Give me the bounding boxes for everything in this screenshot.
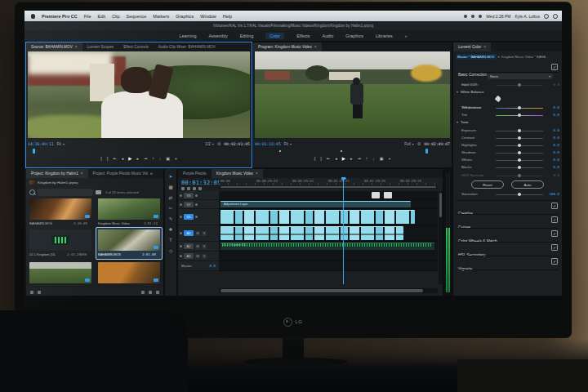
- search-input[interactable]: [38, 189, 93, 196]
- lock-icon[interactable]: [180, 245, 182, 247]
- program-scrubber[interactable]: [256, 149, 448, 154]
- app-menu[interactable]: Premiere Pro CC: [42, 14, 78, 19]
- workspace-learning[interactable]: Learning: [179, 33, 196, 38]
- basic-correction-checkbox[interactable]: ✓: [551, 64, 558, 70]
- lift-icon[interactable]: ↑: [366, 156, 368, 161]
- master-clip-chip[interactable]: Master * BAHAMIN.MOV: [456, 54, 497, 60]
- list-view-icon[interactable]: [30, 291, 33, 294]
- tab-program[interactable]: Program: Kingdom Music Video ×: [253, 42, 322, 51]
- vignette-checkbox[interactable]: ✓: [551, 258, 558, 265]
- sequence-marker-icon[interactable]: [341, 150, 342, 152]
- play-icon[interactable]: ▶: [128, 156, 131, 161]
- auto-button[interactable]: Auto: [511, 180, 544, 189]
- close-icon[interactable]: ×: [75, 45, 78, 49]
- lock-icon[interactable]: [180, 194, 182, 197]
- siri-icon[interactable]: [553, 14, 558, 19]
- video-clip-sequence[interactable]: [220, 210, 415, 224]
- lock-icon[interactable]: [180, 203, 182, 206]
- sequence-marker-icon[interactable]: [279, 150, 281, 152]
- track-header-a3[interactable]: A3 M S: [178, 252, 219, 261]
- mute-button[interactable]: M: [195, 254, 200, 259]
- timeline-timecode[interactable]: 00:01:32:05: [181, 180, 221, 186]
- program-video-viewer[interactable]: [255, 51, 450, 138]
- project-item-thumbnail-audio[interactable]: [29, 229, 91, 251]
- section-color-wheels[interactable]: Color Wheels & Match: [458, 231, 497, 246]
- slip-tool[interactable]: ◇: [169, 248, 172, 253]
- menu-clip[interactable]: Clip: [112, 14, 119, 19]
- mute-button[interactable]: M: [195, 244, 200, 249]
- graphic-clip[interactable]: [372, 192, 380, 198]
- work-area-bar[interactable]: [219, 185, 438, 189]
- item-name[interactable]: 01.1 Kingdom (DL: [29, 252, 56, 256]
- tab-lumetri-scopes[interactable]: Lumetri Scopes: [82, 42, 119, 51]
- workspace-libraries[interactable]: Libraries: [376, 33, 393, 38]
- solo-button[interactable]: S: [202, 231, 207, 236]
- timeline-playhead[interactable]: [343, 178, 344, 284]
- extract-icon[interactable]: ↓: [372, 156, 375, 161]
- adjustment-layer-clip[interactable]: Adjustment Layer: [220, 201, 411, 207]
- sequence-clip-label[interactable]: Kingdom Music Video * BAHAMIN…: [501, 55, 552, 59]
- highlights-slider[interactable]: Highlights 0.0: [453, 142, 562, 149]
- step-back-icon[interactable]: ◂: [335, 156, 337, 161]
- spotlight-icon[interactable]: [544, 14, 549, 19]
- item-name[interactable]: Kingdom Music Video: [98, 221, 130, 225]
- track-header-a2[interactable]: A2 M S: [178, 242, 219, 252]
- export-frame-icon[interactable]: ▣: [380, 156, 384, 161]
- razor-tool[interactable]: ✂: [169, 206, 173, 211]
- white-balance-section[interactable]: ▾ White Balance: [457, 90, 483, 94]
- tab-purple-pistols[interactable]: Purple Pistols: [178, 169, 212, 178]
- menu-markers[interactable]: Markers: [153, 14, 169, 19]
- creative-checkbox[interactable]: ✓: [551, 203, 558, 209]
- section-curves[interactable]: Curves: [458, 217, 470, 232]
- menu-window[interactable]: Window: [200, 14, 216, 19]
- workspace-graphics[interactable]: Graphics: [345, 33, 363, 38]
- menu-edit[interactable]: Edit: [98, 14, 105, 19]
- new-bin-icon[interactable]: [141, 291, 145, 294]
- saturation-slider[interactable]: Saturation 100.0: [453, 191, 562, 198]
- bluetooth-icon[interactable]: [471, 15, 474, 18]
- tab-source[interactable]: Source: BAHAMIN.MOV ×: [26, 42, 82, 51]
- track-header-v2[interactable]: V2: [178, 200, 219, 209]
- close-icon[interactable]: ×: [314, 45, 317, 49]
- close-icon[interactable]: ×: [483, 45, 486, 49]
- pen-tool[interactable]: ✎: [169, 216, 173, 221]
- type-tool[interactable]: T: [169, 238, 172, 243]
- solo-button[interactable]: S: [202, 254, 207, 259]
- source-playhead[interactable]: [33, 149, 35, 154]
- section-vignette[interactable]: Vignette: [458, 259, 473, 274]
- icon-view-icon[interactable]: [38, 291, 41, 294]
- workspace-audio[interactable]: Audio: [323, 33, 334, 38]
- workspace-effects[interactable]: Effects: [296, 33, 310, 38]
- mute-button[interactable]: M: [195, 231, 200, 236]
- menu-help[interactable]: Help: [223, 14, 232, 19]
- play-icon[interactable]: ▶: [342, 156, 345, 161]
- lock-icon[interactable]: [180, 255, 182, 257]
- ripple-edit-tool[interactable]: ⇄: [169, 195, 173, 200]
- tab-effect-controls[interactable]: Effect Controls: [118, 42, 154, 51]
- source-fit-dropdown[interactable]: Fit ▾: [57, 142, 65, 146]
- input-lut-dropdown[interactable]: None ▾: [488, 74, 553, 79]
- item-name[interactable]: BAHAMIN.MOV: [29, 221, 52, 225]
- project-item-thumbnail[interactable]: [29, 198, 91, 220]
- track-badge[interactable]: A2: [184, 243, 194, 249]
- tab-lumetri-color[interactable]: Lumetri Color ×: [453, 42, 491, 51]
- reset-button[interactable]: Reset: [471, 180, 504, 189]
- step-back-icon[interactable]: ◂: [122, 156, 124, 161]
- delete-icon[interactable]: [156, 291, 159, 294]
- source-scrubber[interactable]: [29, 149, 248, 154]
- whites-slider[interactable]: Whites 0.0: [453, 157, 562, 163]
- horizontal-scrollbar[interactable]: [219, 288, 438, 293]
- step-forward-icon[interactable]: ▸: [350, 156, 353, 161]
- step-forward-icon[interactable]: ▸: [136, 156, 139, 161]
- mark-out-icon[interactable]: }: [107, 156, 109, 161]
- project-bin-row[interactable]: Kingdom by Halim1.prproj: [29, 179, 78, 186]
- snap-icon[interactable]: [187, 187, 190, 190]
- selection-tool[interactable]: ➤: [169, 174, 173, 179]
- vertical-scrollbar[interactable]: [439, 191, 443, 284]
- close-icon[interactable]: ×: [256, 172, 258, 176]
- menu-file[interactable]: File: [84, 14, 91, 19]
- go-to-out-icon[interactable]: ⇥: [357, 156, 360, 161]
- exposure-slider[interactable]: Exposure 0.0: [453, 127, 562, 134]
- insert-icon[interactable]: ↑: [152, 156, 154, 161]
- shadows-slider[interactable]: Shadows 0.0: [453, 149, 562, 156]
